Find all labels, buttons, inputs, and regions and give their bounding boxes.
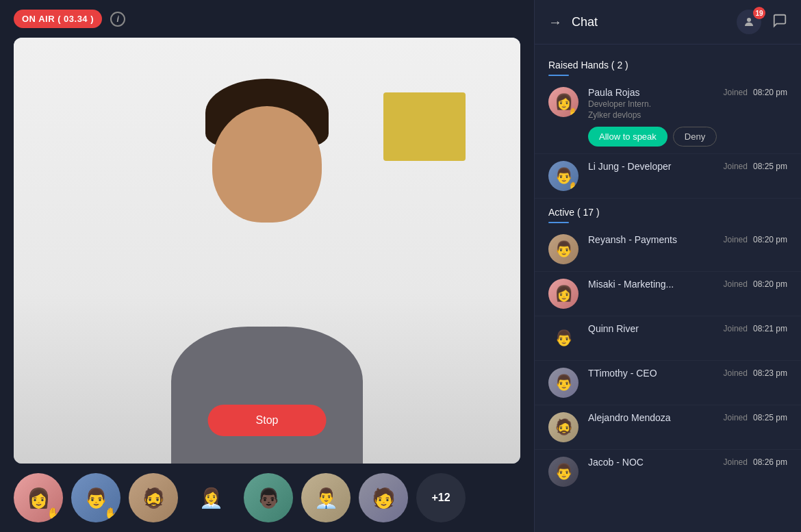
avatar-misaki: 👩 xyxy=(548,279,578,309)
info-jacob: Jacob - NOC Joined 08:26 pm xyxy=(588,457,787,468)
hand-badge-paula: ✋ xyxy=(568,107,578,117)
deny-button[interactable]: Deny xyxy=(673,127,717,147)
name-row-quinn: Quinn River Joined 08:21 pm xyxy=(588,323,787,334)
time-quinn: 08:21 pm xyxy=(753,324,787,333)
info-paula: Paula Rojas Joined 08:20 pm Developer In… xyxy=(588,87,787,147)
avatar-quinn: 👨 xyxy=(548,323,578,353)
joined-label-jacob: Joined xyxy=(724,457,748,467)
allow-speak-button[interactable]: Allow to speak xyxy=(588,127,668,147)
active-title: Active ( 17 ) xyxy=(548,207,787,218)
name-reyansh: Reyansh - Payments xyxy=(588,234,677,245)
participants-list[interactable]: Raised Hands ( 2 ) 👩 ✋ Paula Rojas Joine… xyxy=(535,45,801,532)
thumbnail-5[interactable]: 👨🏿 xyxy=(244,473,293,522)
avatar-face-misaki: 👩 xyxy=(555,279,573,309)
name-row-timothy: TTimothy - CEO Joined 08:23 pm xyxy=(588,368,787,379)
active-section-header: Active ( 17 ) xyxy=(535,199,801,227)
action-buttons-paula: Allow to speak Deny xyxy=(588,127,787,147)
raised-hands-title: Raised Hands ( 2 ) xyxy=(548,60,787,71)
time-reyansh: 08:20 pm xyxy=(753,235,787,244)
status-jacob: Joined 08:26 pm xyxy=(724,457,787,467)
raised-hands-section-header: Raised Hands ( 2 ) xyxy=(535,51,801,80)
participant-alejandro: 🧔 Alejandro Mendoza Joined 08:25 pm xyxy=(535,405,801,450)
avatar-timothy: 👨 xyxy=(548,368,578,398)
user-count-badge[interactable]: 19 xyxy=(737,10,761,34)
status-misaki: Joined 08:20 pm xyxy=(724,279,787,289)
joined-label-paula: Joined xyxy=(724,88,748,97)
name-lijung: Li Jung - Developer xyxy=(588,161,671,172)
right-header: → Chat 19 xyxy=(535,0,801,45)
name-paula: Paula Rojas xyxy=(588,87,640,98)
more-participants-badge[interactable]: +12 xyxy=(416,473,466,522)
name-row-reyansh: Reyansh - Payments Joined 08:20 pm xyxy=(588,234,787,245)
participant-quinn: 👨 Quinn River Joined 08:21 pm xyxy=(535,316,801,361)
chat-bubble-icon[interactable] xyxy=(772,13,787,31)
svg-point-0 xyxy=(747,18,751,22)
joined-label-alejandro: Joined xyxy=(724,413,748,422)
avatar-alejandro: 🧔 xyxy=(548,412,578,442)
thumbnail-6[interactable]: 👨‍💼 xyxy=(301,473,351,522)
thumb-face-4: 👩‍💼 xyxy=(186,473,236,522)
status-alejandro: Joined 08:25 pm xyxy=(724,413,787,422)
name-row-jacob: Jacob - NOC Joined 08:26 pm xyxy=(588,457,787,468)
time-alejandro: 08:25 pm xyxy=(753,413,787,422)
video-area: Stop xyxy=(14,38,520,464)
time-timothy: 08:23 pm xyxy=(753,368,787,378)
avatar-face-alejandro: 🧔 xyxy=(555,412,573,442)
joined-label-timothy: Joined xyxy=(724,368,748,378)
thumbnail-4[interactable]: 👩‍💼 xyxy=(186,473,236,522)
avatar-face-jacob: 👨 xyxy=(555,457,573,487)
status-lijung: Joined 08:25 pm xyxy=(724,162,787,171)
time-misaki: 08:20 pm xyxy=(753,279,787,289)
subtitle2-paula: Zylker devlops xyxy=(588,110,787,120)
info-quinn: Quinn River Joined 08:21 pm xyxy=(588,323,787,334)
info-reyansh: Reyansh - Payments Joined 08:20 pm xyxy=(588,234,787,245)
person-head xyxy=(199,79,335,243)
name-alejandro: Alejandro Mendoza xyxy=(588,412,671,423)
info-icon[interactable]: i xyxy=(110,12,125,27)
thumb-face-5: 👨🏿 xyxy=(244,473,293,522)
top-bar: ON AIR ( 03.34 ) i xyxy=(0,0,534,38)
info-alejandro: Alejandro Mendoza Joined 08:25 pm xyxy=(588,412,787,423)
thumbnail-2[interactable]: 👨 ✋ xyxy=(71,473,120,522)
name-row-lijung: Li Jung - Developer Joined 08:25 pm xyxy=(588,161,787,172)
avatar-face-timothy: 👨 xyxy=(555,368,573,398)
chat-icon-svg xyxy=(772,13,787,28)
name-quinn: Quinn River xyxy=(588,323,639,334)
participant-jacob: 👨 Jacob - NOC Joined 08:26 pm xyxy=(535,450,801,494)
video-inner: Stop xyxy=(14,38,520,464)
thumbnail-7[interactable]: 🧑 xyxy=(359,473,408,522)
section-divider-1 xyxy=(548,75,569,76)
name-row-alejandro: Alejandro Mendoza Joined 08:25 pm xyxy=(588,412,787,423)
back-arrow-icon[interactable]: → xyxy=(548,14,562,30)
info-timothy: TTimothy - CEO Joined 08:23 pm xyxy=(588,368,787,379)
status-reyansh: Joined 08:20 pm xyxy=(724,235,787,244)
avatar-jacob: 👨 xyxy=(548,457,578,487)
person-body xyxy=(171,327,363,464)
hand-icon-1: ✋ xyxy=(47,507,60,520)
chat-title: Chat xyxy=(572,15,727,29)
stop-button[interactable]: Stop xyxy=(208,405,327,436)
status-quinn: Joined 08:21 pm xyxy=(724,324,787,333)
info-misaki: Misaki - Marketing... Joined 08:20 pm xyxy=(588,279,787,290)
thumbnail-1[interactable]: 👩 ✋ xyxy=(14,473,63,522)
hand-badge-lijung: ✋ xyxy=(568,181,578,191)
header-icons: 19 xyxy=(737,10,787,34)
time-jacob: 08:26 pm xyxy=(753,457,787,467)
thumb-face-3: 🧔 xyxy=(129,473,178,522)
avatar-lijung: 👨 ✋ xyxy=(548,161,578,191)
joined-label-reyansh: Joined xyxy=(724,235,748,244)
avatar-face-quinn: 👨 xyxy=(555,323,573,353)
thumbnails-bar: 👩 ✋ 👨 ✋ 🧔 👩‍💼 👨🏿 👨‍💼 🧑 +12 xyxy=(0,464,534,532)
participant-timothy: 👨 TTimothy - CEO Joined 08:23 pm xyxy=(535,361,801,405)
name-row-misaki: Misaki - Marketing... Joined 08:20 pm xyxy=(588,279,787,290)
time-lijung: 08:25 pm xyxy=(753,162,787,171)
name-jacob: Jacob - NOC xyxy=(588,457,644,468)
joined-label-quinn: Joined xyxy=(724,324,748,333)
joined-label-lijung: Joined xyxy=(724,162,748,171)
thumbnail-3[interactable]: 🧔 xyxy=(129,473,178,522)
room-decoration xyxy=(383,92,466,161)
thumb-face-6: 👨‍💼 xyxy=(301,473,351,522)
person-icon xyxy=(743,16,755,28)
name-misaki: Misaki - Marketing... xyxy=(588,279,674,290)
section-divider-2 xyxy=(548,222,569,223)
